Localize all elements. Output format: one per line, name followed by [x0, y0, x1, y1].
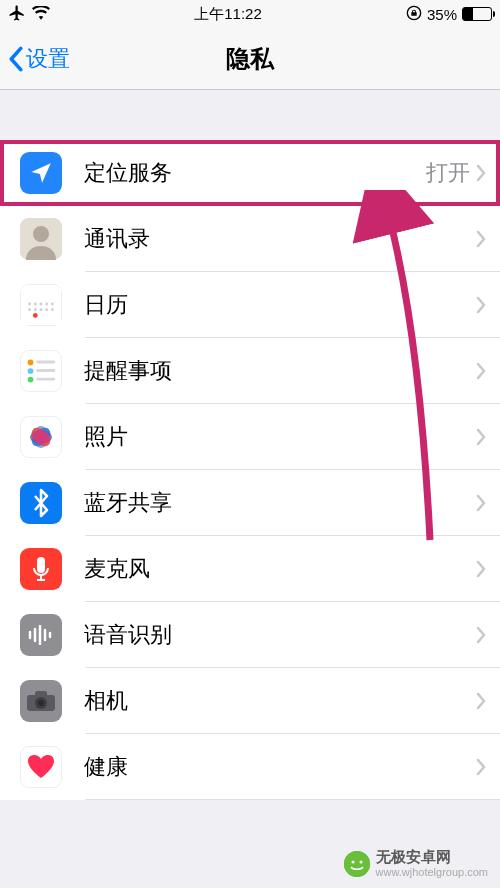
svg-point-9 — [51, 303, 54, 306]
svg-point-12 — [40, 308, 43, 311]
row-camera[interactable]: 相机 — [0, 668, 500, 734]
back-button[interactable]: 设置 — [0, 44, 70, 74]
svg-point-8 — [45, 303, 48, 306]
watermark-title: 无极安卓网 — [376, 849, 489, 866]
svg-point-41 — [351, 860, 354, 863]
row-label: 语音识别 — [84, 620, 476, 650]
chevron-right-icon — [476, 626, 486, 644]
speech-icon — [20, 614, 62, 656]
svg-point-39 — [38, 700, 44, 706]
watermark-url: www.wjhotelgroup.com — [376, 866, 489, 878]
svg-point-13 — [45, 308, 48, 311]
svg-point-40 — [344, 851, 370, 877]
row-reminders[interactable]: 提醒事项 — [0, 338, 500, 404]
chevron-right-icon — [476, 296, 486, 314]
chevron-right-icon — [476, 362, 486, 380]
row-bluetooth[interactable]: 蓝牙共享 — [0, 470, 500, 536]
row-label: 提醒事项 — [84, 356, 476, 386]
chevron-left-icon — [8, 46, 24, 72]
nav-bar: 设置 隐私 — [0, 28, 500, 90]
svg-point-10 — [28, 308, 31, 311]
chevron-right-icon — [476, 164, 486, 182]
svg-rect-21 — [36, 378, 55, 381]
row-microphone[interactable]: 麦克风 — [0, 536, 500, 602]
row-label: 日历 — [84, 290, 476, 320]
svg-rect-3 — [21, 285, 61, 296]
back-label: 设置 — [26, 44, 70, 74]
wifi-icon — [32, 6, 50, 23]
svg-point-6 — [34, 303, 37, 306]
watermark: 无极安卓网 www.wjhotelgroup.com — [344, 849, 489, 878]
chevron-right-icon — [476, 428, 486, 446]
svg-point-18 — [28, 377, 34, 383]
row-contacts[interactable]: 通讯录 — [0, 206, 500, 272]
row-label: 相机 — [84, 686, 476, 716]
svg-rect-20 — [36, 369, 55, 372]
svg-point-16 — [28, 360, 34, 366]
battery-icon — [462, 7, 492, 21]
svg-point-42 — [359, 860, 362, 863]
bluetooth-icon — [20, 482, 62, 524]
chevron-right-icon — [476, 758, 486, 776]
svg-rect-30 — [37, 557, 45, 573]
row-label: 麦克风 — [84, 554, 476, 584]
svg-point-11 — [34, 308, 37, 311]
calendar-icon — [20, 284, 62, 326]
section-spacer — [0, 90, 500, 140]
chevron-right-icon — [476, 494, 486, 512]
settings-list: 定位服务 打开 通讯录 日历 提醒事项 照片 — [0, 140, 500, 800]
svg-point-5 — [28, 303, 31, 306]
svg-point-15 — [33, 313, 38, 318]
camera-icon — [20, 680, 62, 722]
row-value: 打开 — [426, 158, 470, 188]
svg-point-2 — [33, 226, 49, 242]
row-label: 蓝牙共享 — [84, 488, 476, 518]
status-bar: 上午11:22 35% — [0, 0, 500, 28]
row-calendar[interactable]: 日历 — [0, 272, 500, 338]
svg-point-7 — [40, 303, 43, 306]
row-label: 通讯录 — [84, 224, 476, 254]
row-label: 健康 — [84, 752, 476, 782]
row-location-services[interactable]: 定位服务 打开 — [0, 140, 500, 206]
row-label: 照片 — [84, 422, 476, 452]
row-label: 定位服务 — [84, 158, 426, 188]
svg-point-14 — [51, 308, 54, 311]
svg-point-17 — [28, 368, 34, 374]
row-speech[interactable]: 语音识别 — [0, 602, 500, 668]
health-icon — [20, 746, 62, 788]
contacts-icon — [20, 218, 62, 260]
chevron-right-icon — [476, 560, 486, 578]
reminders-icon — [20, 350, 62, 392]
status-time: 上午11:22 — [194, 5, 262, 24]
battery-percentage: 35% — [427, 6, 457, 23]
chevron-right-icon — [476, 692, 486, 710]
svg-rect-37 — [35, 691, 47, 697]
microphone-icon — [20, 548, 62, 590]
lock-rotation-icon — [406, 5, 422, 24]
chevron-right-icon — [476, 230, 486, 248]
photos-icon — [20, 416, 62, 458]
svg-rect-19 — [36, 361, 55, 364]
airplane-icon — [8, 4, 26, 25]
row-photos[interactable]: 照片 — [0, 404, 500, 470]
watermark-logo-icon — [344, 851, 370, 877]
page-title: 隐私 — [226, 43, 274, 75]
location-icon — [20, 152, 62, 194]
row-health[interactable]: 健康 — [0, 734, 500, 800]
